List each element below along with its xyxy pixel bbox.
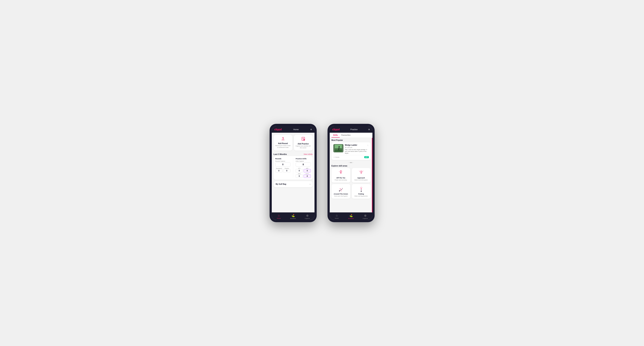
capture-icon-p2: ⊕ <box>364 214 366 217</box>
drill-description: Play 1 shot at each target yardage. If y… <box>345 149 369 154</box>
add-practice-card[interactable]: Add Practice Capture your practice off-t… <box>294 135 313 151</box>
nav-home[interactable]: ⌂ Home <box>272 214 286 219</box>
nav-home-p2[interactable]: ⌂ Home <box>330 214 344 219</box>
golf-bag-label: My Golf Bag <box>276 183 286 185</box>
practice-content: Most Popular <box>330 138 372 212</box>
chevron-right-icon: › <box>310 183 310 185</box>
nav-capture-p2[interactable]: ⊕ Capture <box>358 214 372 219</box>
svg-point-44 <box>360 187 361 188</box>
phone-home: clippd Home ≡ Add Round <box>270 124 317 222</box>
nav-activities-label-p2: Activities <box>348 218 354 219</box>
drills-title: Practice Drills <box>296 158 311 160</box>
svg-point-25 <box>340 170 341 171</box>
arg-value: 0 <box>296 174 303 178</box>
header-practice: clippd Practice ≡ <box>330 126 372 133</box>
practice-label: Practice <box>283 168 290 169</box>
drill-yardage: 50–100 yds <box>345 147 369 148</box>
drill-info: Wedge Ladder ☆ 50–100 yds Play 1 shot at… <box>345 144 369 154</box>
nav-capture-label-p2: Capture <box>363 218 368 219</box>
home-icon-p2: ⌂ <box>336 214 338 217</box>
tournament-label: Tournament <box>276 168 282 169</box>
rounds-col: Rounds Rounds Capture 0 Tournament 0 Pra… <box>276 158 290 178</box>
drill-shots: ○ 9 shots <box>333 156 340 158</box>
nav-home-label-p2: Home <box>335 217 338 219</box>
nav-capture[interactable]: ⊕ Capture <box>300 214 314 219</box>
nav-capture-label: Capture <box>305 218 310 219</box>
skill-areas-header: Explore skill areas <box>330 164 372 168</box>
practice-value: 0 <box>283 169 290 173</box>
svg-point-12 <box>338 146 340 147</box>
drill-badge: APP <box>364 156 368 158</box>
menu-icon[interactable]: ≡ <box>310 128 312 131</box>
activity-section-header: Last 3 Months View Activity <box>272 152 314 156</box>
add-round-icon <box>280 137 286 142</box>
svg-point-33 <box>361 171 362 172</box>
ott-label: OTT <box>296 168 303 169</box>
add-practice-subtitle: Capture your practice off-the-course <box>295 145 311 149</box>
tab-favourites[interactable]: Favourites <box>340 133 352 138</box>
drill-card-wedge[interactable]: Wedge Ladder ☆ 50–100 yds Play 1 shot at… <box>332 142 370 160</box>
add-practice-icon <box>301 137 306 142</box>
favourite-star-icon[interactable]: ☆ <box>367 144 369 147</box>
activities-icon-p2: ⛳ <box>349 214 353 217</box>
ott-value: 0 <box>296 169 303 173</box>
drills-value: 8 <box>296 162 311 167</box>
drills-capture-label: Drills Capture <box>296 160 311 162</box>
skill-ott-title: Off The Tee <box>336 177 345 179</box>
home-content: Add Round Record your shots in fast or e… <box>272 133 314 212</box>
skill-approach-title: Approach <box>357 177 365 179</box>
drill-title: Wedge Ladder <box>345 144 358 146</box>
stats-box: Rounds Rounds Capture 0 Tournament 0 Pra… <box>274 156 313 180</box>
arg-label: ARG <box>296 173 303 174</box>
skill-atg[interactable]: Around The Green Hone your short game <box>332 184 350 199</box>
svg-rect-10 <box>335 145 342 148</box>
arg-col: ARG 0 <box>296 173 303 178</box>
skill-ott-subtitle: Power and accuracy <box>335 179 347 181</box>
action-cards: Add Round Record your shots in fast or e… <box>272 133 314 152</box>
skill-atg-title: Around The Green <box>334 193 348 195</box>
skill-off-the-tee[interactable]: Off The Tee Power and accuracy <box>332 168 350 182</box>
rounds-capture-label: Rounds Capture <box>276 160 290 162</box>
practice-col: Practice 0 <box>283 168 290 173</box>
most-popular-header: Most Popular <box>330 138 372 142</box>
app-value: 4 <box>304 169 311 173</box>
practice-title: Practice <box>350 128 358 131</box>
dot-1[interactable] <box>349 162 350 163</box>
nav-activities[interactable]: ⛳ Activities <box>286 214 300 219</box>
nav-home-label: Home <box>277 217 281 219</box>
shots-icon: ○ <box>333 156 334 158</box>
putt-value: 4 <box>304 174 311 178</box>
shots-count: 9 shots <box>334 156 339 158</box>
skill-approach[interactable]: Approach Dial-in to hit the green <box>352 168 370 182</box>
add-practice-title: Add Practice <box>298 143 309 145</box>
rounds-value: 0 <box>276 162 290 167</box>
tournament-value: 0 <box>276 169 282 173</box>
skill-putting-subtitle: Make and lag practice <box>354 195 368 197</box>
skill-approach-subtitle: Dial-in to hit the green <box>354 179 368 181</box>
svg-point-32 <box>360 172 360 172</box>
app-col: APP 4 <box>304 168 311 173</box>
dot-3[interactable] <box>352 162 353 163</box>
drills-col: Practice Drills Drills Capture 8 OTT 0 A… <box>296 158 311 178</box>
activity-title: Last 3 Months <box>274 153 287 155</box>
nav-activities-p2[interactable]: ⛳ Activities <box>344 214 358 219</box>
svg-point-40 <box>341 190 342 191</box>
scroll-accent <box>372 138 372 212</box>
activities-icon: ⛳ <box>291 214 295 217</box>
tabs-row: Drills Favourites <box>330 133 372 138</box>
view-activity-link[interactable]: View Activity <box>304 153 313 155</box>
putt-col: PUTT 4 <box>304 173 311 178</box>
dot-2[interactable] <box>350 162 352 163</box>
logo: clippd <box>274 128 282 131</box>
skill-putting[interactable]: Putting Make and lag practice <box>352 184 370 199</box>
svg-point-34 <box>362 172 363 172</box>
svg-point-45 <box>362 187 362 188</box>
menu-icon-practice[interactable]: ≡ <box>368 128 370 131</box>
nav-activities-label: Activities <box>290 218 296 219</box>
logo-practice: clippd <box>332 128 340 131</box>
add-round-card[interactable]: Add Round Record your shots in fast or e… <box>274 135 292 151</box>
tab-drills[interactable]: Drills <box>332 133 340 138</box>
svg-point-39 <box>340 188 340 189</box>
skill-atg-subtitle: Hone your short game <box>334 195 348 197</box>
golf-bag-row[interactable]: My Golf Bag › <box>274 181 313 187</box>
